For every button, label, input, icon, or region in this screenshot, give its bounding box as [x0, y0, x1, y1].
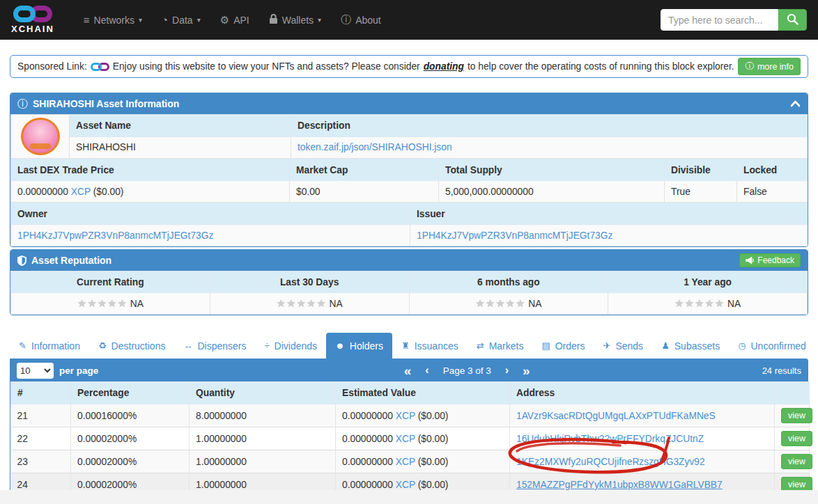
sponsor-text: Enjoy using this website to view your NF…: [113, 61, 420, 72]
prev-page-button[interactable]: ‹: [425, 365, 429, 376]
xchain-rings-icon: [13, 6, 52, 22]
holder-estimated-value: 0.00000000 XCP ($0.00): [336, 404, 510, 427]
rep-col-30days: Last 30 Days: [210, 271, 409, 293]
holder-quantity: 1.00000000: [190, 450, 336, 473]
nav-item-api[interactable]: ⚙ API: [210, 7, 259, 33]
holder-percentage: 0.00002000%: [71, 450, 190, 473]
tab-issuances[interactable]: ♜Issuances: [392, 333, 468, 359]
holder-estimated-value: 0.00000000 XCP ($0.00): [336, 427, 510, 450]
nav-item-networks[interactable]: ≡ Networks ▾: [74, 7, 152, 33]
first-page-button[interactable]: «: [404, 364, 412, 377]
address-link[interactable]: 1AVzr9KsacRDtQgUMgqLAXxPTUdFKaMNeS: [516, 411, 716, 421]
per-page-select[interactable]: 10: [17, 363, 54, 379]
nav-menu: ≡ Networks ▾ ◔ Data ▾ ⚙ API Wallets ▾ ⓘ …: [74, 6, 661, 33]
description-link[interactable]: token.zaif.jp/json/SHIRAHOSHI.json: [298, 142, 452, 152]
divisible-value: True: [665, 181, 737, 203]
owner-address-link[interactable]: 1PH4KzJ7VpwPZR3VnP8anmcMTjJEGt73Gz: [17, 230, 213, 241]
xchain-logo[interactable]: XCHAIN: [11, 6, 54, 34]
tab-dispensers[interactable]: ↔Dispensers: [174, 333, 255, 359]
asset-info-table-owner: Owner Issuer 1PH4KzJ7VpwPZR3VnP8anmcMTjJ…: [10, 203, 808, 246]
rating-value: NA: [330, 299, 343, 309]
chevron-down-icon: ▾: [139, 16, 142, 24]
xcp-link[interactable]: XCP: [396, 411, 415, 421]
view-button[interactable]: view: [781, 431, 812, 446]
address-link[interactable]: 152MAZZPgPFdYykM1ubpxB8WW1GaRLVBB7: [516, 480, 723, 490]
user-icon: ☻: [335, 340, 345, 351]
holder-percentage: 0.00002000%: [71, 427, 190, 450]
rating-value: NA: [528, 299, 541, 309]
footer-area: [0, 490, 818, 504]
table-row-circled: 23 0.00002000% 1.00000000 0.00000000 XCP…: [11, 450, 810, 473]
holder-rank: 21: [11, 404, 71, 427]
rep-col-current: Current Rating: [11, 271, 210, 293]
more-info-button[interactable]: ⓘ more info: [738, 58, 801, 75]
tab-markets[interactable]: ⇄Markets: [468, 333, 533, 359]
search-button[interactable]: [778, 9, 807, 31]
search-group: [661, 9, 807, 31]
star-rating-icons: ★★★★★: [77, 297, 128, 309]
nav-item-about[interactable]: ⓘ About: [331, 6, 391, 33]
nav-item-wallets[interactable]: Wallets ▾: [259, 7, 331, 33]
xchain-mini-logo-icon: [91, 63, 109, 71]
results-count: 24 results: [762, 365, 801, 376]
tab-dividends[interactable]: ÷Dividends: [255, 333, 326, 359]
chevron-up-icon: [790, 100, 801, 107]
rating-value: NA: [727, 299, 741, 309]
search-input[interactable]: [661, 9, 778, 31]
asset-reputation-header: Asset Reputation Feedback: [10, 250, 808, 271]
market-cap-value: $0.00: [290, 181, 439, 203]
collapse-panel-button[interactable]: [790, 100, 801, 107]
rating-value: NA: [130, 299, 144, 309]
tab-unconfirmed[interactable]: ◷Unconfirmed: [729, 333, 815, 359]
market-cap-label: Market Cap: [290, 159, 439, 181]
tab-sends[interactable]: ✈Sends: [594, 333, 653, 359]
issuer-address-link[interactable]: 1PH4KzJ7VpwPZR3VnP8anmcMTjJEGt73Gz: [417, 230, 612, 241]
lock-icon: [269, 14, 278, 26]
reputation-table: Current Rating Last 30 Days 6 months ago…: [10, 271, 808, 315]
holders-table: # Percentage Quantity Estimated Value Ad…: [10, 381, 810, 496]
tab-orders[interactable]: ▤Orders: [532, 333, 594, 359]
last-dex-value: 0.00000000 XCP ($0.00): [11, 181, 290, 203]
nav-item-data[interactable]: ◔ Data ▾: [152, 7, 210, 33]
xcp-link[interactable]: XCP: [396, 457, 415, 467]
chevron-down-icon: ▾: [197, 16, 201, 24]
next-page-button[interactable]: ›: [505, 365, 509, 376]
issuer-label: Issuer: [410, 203, 809, 225]
arrows-icon: ↔: [183, 340, 192, 351]
asset-information-header: ⓘ SHIRAHOSHI Asset Information: [10, 93, 808, 114]
feedback-button[interactable]: Feedback: [739, 253, 801, 267]
last-page-button[interactable]: »: [523, 364, 530, 377]
view-button[interactable]: view: [781, 408, 812, 423]
bullhorn-icon: [746, 256, 754, 265]
star-rating-icons: ★★★★★: [276, 297, 326, 309]
tab-subassets[interactable]: ♟Subassets: [652, 333, 729, 359]
holder-rank: 23: [11, 450, 71, 473]
donating-link[interactable]: donating: [424, 61, 464, 72]
send-icon: ✈: [603, 340, 611, 351]
gear-icon: ⚙: [220, 14, 229, 26]
page-controls: « ‹ Page 3 of 3 › »: [404, 364, 530, 377]
col-header-estimated-value: Estimated Value: [336, 382, 510, 404]
xcp-link[interactable]: XCP: [396, 434, 415, 444]
tab-holders[interactable]: ☻Holders: [326, 333, 392, 359]
col-header-address: Address: [510, 382, 775, 404]
rep-col-1year: 1 Year ago: [608, 271, 808, 293]
tab-information[interactable]: ✎Information: [10, 333, 89, 359]
dashboard-icon: ◔: [162, 14, 168, 26]
xcp-link[interactable]: XCP: [71, 187, 91, 197]
xcp-link[interactable]: XCP: [396, 480, 415, 490]
asset-tabs: ✎Information ♻Destructions ↔Dispensers ÷…: [10, 333, 808, 359]
holder-quantity: 1.00000000: [190, 427, 336, 450]
page-indicator: Page 3 of 3: [443, 365, 491, 376]
brand-text: XCHAIN: [11, 24, 54, 34]
address-link[interactable]: 1KEz2MXWfy2uRQCUjifneRzszgHG3Zyv92: [516, 457, 705, 467]
tab-destructions[interactable]: ♻Destructions: [89, 333, 174, 359]
search-icon: [787, 13, 798, 27]
asset-info-table-top: Asset Name Description SHIRAHOSHI token.…: [10, 114, 808, 159]
view-button[interactable]: view: [781, 454, 812, 469]
pagination-bar: 10 per page « ‹ Page 3 of 3 › » 24 resul…: [10, 359, 808, 381]
address-link[interactable]: 16UdubHkjRvbThw22wPrEFYDrkqZJCUtnZ: [516, 434, 704, 444]
description-label: Description: [291, 115, 809, 137]
table-row: 21 0.00016000% 8.00000000 0.00000000 XCP…: [11, 404, 810, 427]
chevron-down-icon: ▾: [318, 16, 321, 24]
